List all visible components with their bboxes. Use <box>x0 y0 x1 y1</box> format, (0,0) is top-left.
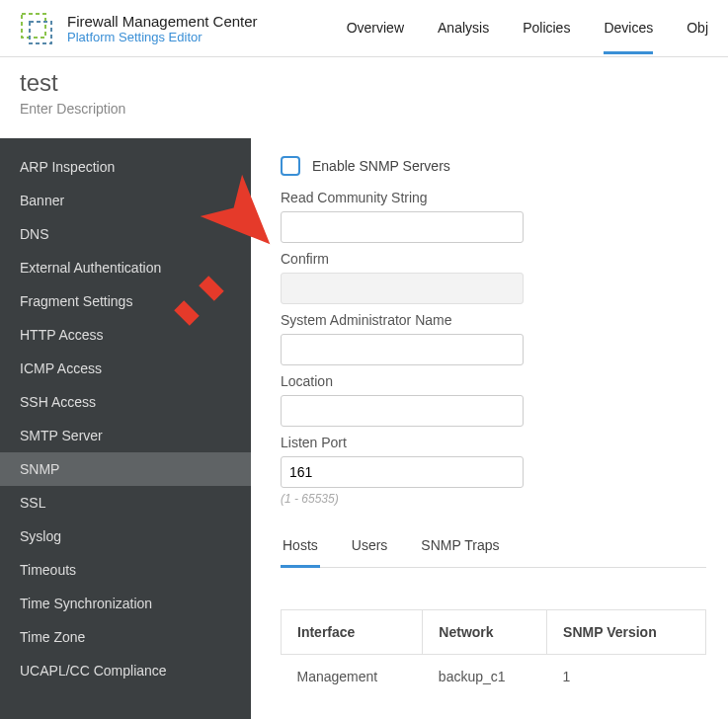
sysadmin-label: System Administrator Name <box>281 312 706 328</box>
sidebar: ARP Inspection Banner DNS External Authe… <box>0 138 251 719</box>
location-label: Location <box>281 373 706 389</box>
listen-port-label: Listen Port <box>281 435 706 450</box>
listen-port-hint: (1 - 65535) <box>281 492 706 506</box>
cell-version: 1 <box>547 655 706 699</box>
sidebar-item-http-access[interactable]: HTTP Access <box>0 318 251 352</box>
tab-users[interactable]: Users <box>350 527 390 568</box>
hosts-table: Interface Network SNMP Version Managemen… <box>281 609 706 698</box>
enable-snmp-checkbox[interactable] <box>281 156 300 176</box>
tab-snmp-traps[interactable]: SNMP Traps <box>419 527 501 568</box>
subtabs: Hosts Users SNMP Traps <box>281 527 706 568</box>
sidebar-item-time-synchronization[interactable]: Time Synchronization <box>0 587 251 620</box>
tab-hosts[interactable]: Hosts <box>281 527 320 568</box>
sidebar-item-syslog[interactable]: Syslog <box>0 519 251 553</box>
brand-subtitle[interactable]: Platform Settings Editor <box>67 30 258 44</box>
page-title: test <box>20 69 708 97</box>
sidebar-item-ssl[interactable]: SSL <box>0 486 251 519</box>
sidebar-item-arp-inspection[interactable]: ARP Inspection <box>0 150 251 184</box>
sidebar-item-snmp[interactable]: SNMP <box>0 452 251 486</box>
sidebar-item-timeouts[interactable]: Timeouts <box>0 553 251 587</box>
listen-port-input[interactable] <box>281 456 524 488</box>
nav-analysis[interactable]: Analysis <box>438 2 489 54</box>
cell-network: backup_c1 <box>423 655 547 699</box>
nav-devices[interactable]: Devices <box>604 2 653 54</box>
main-panel: Enable SNMP Servers Read Community Strin… <box>251 138 728 719</box>
enable-snmp-label: Enable SNMP Servers <box>312 158 450 174</box>
svg-rect-1 <box>30 22 51 43</box>
sysadmin-input[interactable] <box>281 334 524 365</box>
sidebar-item-dns[interactable]: DNS <box>0 217 251 251</box>
nav-objects[interactable]: Obj <box>687 2 708 54</box>
read-community-label: Read Community String <box>281 190 706 205</box>
confirm-label: Confirm <box>281 251 706 267</box>
cell-interface: Management <box>282 655 423 699</box>
svg-rect-0 <box>22 14 45 38</box>
nav-overview[interactable]: Overview <box>347 2 404 54</box>
location-input[interactable] <box>281 395 524 427</box>
subheader: test Enter Description <box>0 57 728 138</box>
read-community-input[interactable] <box>281 211 524 243</box>
brand-block: Firewall Management Center Platform Sett… <box>67 13 258 44</box>
table-row[interactable]: Management backup_c1 1 <box>282 655 706 699</box>
table-header-row: Interface Network SNMP Version <box>282 610 706 655</box>
sidebar-item-time-zone[interactable]: Time Zone <box>0 620 251 654</box>
header: Firewall Management Center Platform Sett… <box>0 0 728 57</box>
top-nav: Overview Analysis Policies Devices Obj <box>347 0 708 56</box>
sidebar-item-icmp-access[interactable]: ICMP Access <box>0 352 251 385</box>
sidebar-item-ssh-access[interactable]: SSH Access <box>0 385 251 419</box>
th-snmp-version: SNMP Version <box>547 610 706 655</box>
sidebar-item-ucapl-cc-compliance[interactable]: UCAPL/CC Compliance <box>0 654 251 687</box>
sidebar-item-fragment-settings[interactable]: Fragment Settings <box>0 284 251 318</box>
th-interface: Interface <box>282 610 423 655</box>
th-network: Network <box>423 610 547 655</box>
enable-snmp-row: Enable SNMP Servers <box>281 156 706 176</box>
sidebar-item-smtp-server[interactable]: SMTP Server <box>0 419 251 452</box>
brand-title: Firewall Management Center <box>67 13 258 30</box>
confirm-input[interactable] <box>281 273 524 304</box>
sidebar-item-banner[interactable]: Banner <box>0 184 251 217</box>
page-description[interactable]: Enter Description <box>20 101 708 117</box>
nav-policies[interactable]: Policies <box>523 2 570 54</box>
app-logo-icon <box>20 12 53 45</box>
sidebar-item-external-authentication[interactable]: External Authentication <box>0 251 251 284</box>
body-container: ARP Inspection Banner DNS External Authe… <box>0 138 728 719</box>
